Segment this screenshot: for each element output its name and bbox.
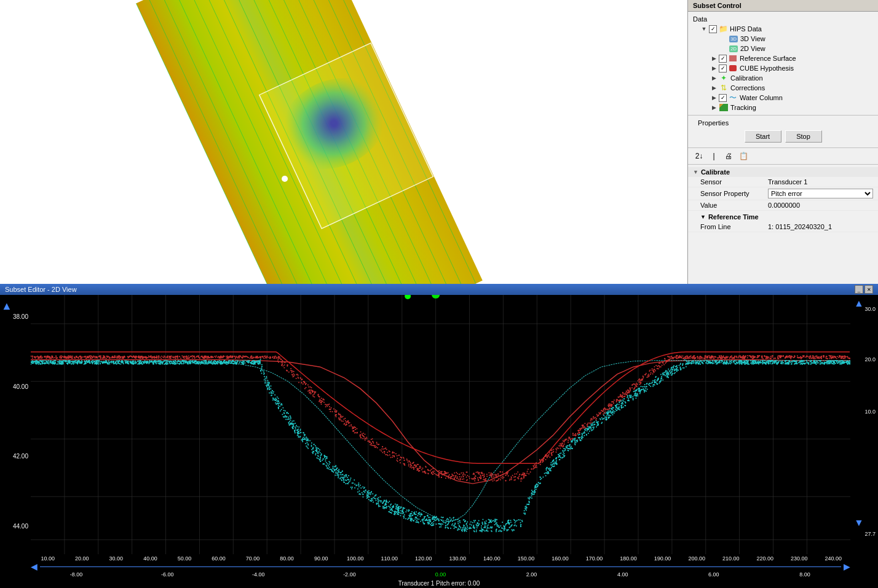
sensor-property-select[interactable]: Pitch error: [768, 189, 873, 198]
tracking-icon: [719, 103, 729, 112]
checkbox-cube[interactable]: [719, 65, 727, 73]
right-y-30: 30.0: [864, 306, 876, 312]
x-90: 90.00: [304, 555, 338, 562]
y-label-42: 42.00: [2, 453, 28, 460]
expand-corrections[interactable]: ▶: [710, 84, 718, 92]
checkbox-hips[interactable]: [709, 25, 717, 33]
expand-hips[interactable]: ▼: [700, 25, 708, 33]
tree-item-3d-view[interactable]: 3D 3D View: [688, 34, 878, 44]
ref-time-expander[interactable]: ▼: [700, 214, 706, 220]
water-column-label: Water Column: [740, 94, 783, 101]
calibrate-expander[interactable]: ▼: [693, 169, 698, 175]
x-150: 150.00: [509, 555, 544, 562]
tree-item-cube-hypothesis[interactable]: ▶ CUBE Hypothesis: [688, 63, 878, 73]
pitch-right-arrow: ▶: [844, 562, 850, 571]
from-line-label: From Line: [700, 223, 768, 230]
x-210: 210.00: [714, 555, 748, 562]
x-220: 220.00: [748, 555, 782, 562]
expand-calibration[interactable]: ▶: [710, 74, 718, 82]
x-190: 190.00: [646, 555, 680, 562]
pitch-left-arrow: ◀: [31, 562, 38, 571]
sensor-value: Transducer 1: [768, 178, 873, 186]
window-controls: _ ✕: [855, 285, 873, 294]
close-btn[interactable]: ✕: [864, 285, 873, 294]
pitch-8: 8.00: [759, 571, 850, 578]
corrections-label: Corrections: [730, 84, 765, 92]
right-y-10: 10.0: [864, 409, 876, 415]
value-label: Value: [700, 202, 768, 209]
expand-cube[interactable]: ▶: [710, 65, 718, 72]
x-120: 120.00: [406, 555, 441, 562]
3d-view-icon: 3D: [729, 34, 738, 43]
checkbox-water[interactable]: [719, 94, 727, 102]
tree-item-water-column[interactable]: ▶ 〜 Water Column: [688, 93, 878, 103]
y-label-40: 40.00: [2, 383, 28, 390]
tree-item-2d-view[interactable]: 2D 2D View: [688, 44, 878, 53]
y-arrow-up: ▲: [1, 300, 12, 313]
expand-tracking[interactable]: ▶: [710, 104, 718, 111]
pitch-4: 4.00: [577, 571, 668, 578]
x-140: 140.00: [475, 555, 509, 562]
x-240: 240.00: [817, 555, 851, 562]
chart-area: ▲ 38.00 40.00 42.00 44.00: [0, 295, 878, 554]
sensor-property-row: Sensor Property Pitch error: [688, 187, 878, 200]
tree-item-tracking[interactable]: ▶ Tracking: [688, 103, 878, 112]
tree-item-corrections[interactable]: ▶ ⇅ Corrections: [688, 83, 878, 93]
hips-data-label: HIPS Data: [730, 25, 762, 33]
x-180: 180.00: [611, 555, 646, 562]
value-display: 0.0000000: [768, 202, 873, 209]
sensor-property-label: Sensor Property: [700, 190, 768, 197]
right-y-arrow-down: ▼: [854, 517, 864, 528]
x-200: 200.00: [679, 555, 714, 562]
ref-time-header: ▼ Reference Time: [688, 212, 878, 222]
x-70: 70.00: [235, 555, 270, 562]
2d-view-icon: 2D: [729, 44, 738, 53]
tracking-label: Tracking: [730, 104, 756, 111]
sort-icon[interactable]: 2↓: [693, 150, 705, 162]
from-line-row: From Line 1: 0115_20240320_1: [688, 222, 878, 232]
y-label-44: 44.00: [2, 523, 28, 530]
sensor-property-value[interactable]: Pitch error: [768, 189, 873, 198]
checkbox-ref-surface[interactable]: [719, 55, 727, 63]
folder-icon: 📁: [718, 25, 728, 33]
calibration-label: Calibration: [730, 74, 763, 82]
right-y-20: 20.0: [864, 356, 876, 363]
tree-item-calibration[interactable]: ▶ ✦ Calibration: [688, 73, 878, 83]
pitch--6: -6.00: [122, 571, 213, 578]
bottom-x-area: 10.00 20.00 30.00 40.00 50.00 60.00 70.0…: [0, 554, 878, 579]
2d-view-titlebar: Subset Editor - 2D View _ ✕: [0, 284, 878, 295]
expand-water[interactable]: ▶: [710, 94, 718, 101]
export-icon[interactable]: 📋: [737, 150, 749, 162]
calibrate-toolbar: 2↓ | 🖨 📋: [688, 148, 878, 165]
x-30: 30.00: [99, 555, 133, 562]
stop-button[interactable]: Stop: [785, 130, 822, 143]
y-axis: ▲ 38.00 40.00 42.00 44.00: [0, 295, 31, 554]
x-60: 60.00: [202, 555, 236, 562]
pitch--2: -2.00: [304, 571, 395, 578]
reference-surface-icon: [728, 54, 738, 63]
expand-2d: [720, 45, 727, 52]
minimize-btn[interactable]: _: [855, 285, 863, 294]
x-50: 50.00: [167, 555, 202, 562]
x-axis-row: 10.00 20.00 30.00 40.00 50.00 60.00 70.0…: [0, 555, 878, 562]
pitch-6: 6.00: [668, 571, 759, 578]
x-130: 130.00: [441, 555, 475, 562]
tree-item-hips-data[interactable]: ▼ 📁 HIPS Data: [688, 24, 878, 34]
pitch--8: -8.00: [31, 571, 122, 578]
start-button[interactable]: Start: [745, 130, 781, 143]
x-230: 230.00: [782, 555, 817, 562]
panel-title: Subset Control: [688, 0, 878, 12]
corrections-icon: ⇅: [719, 84, 729, 92]
chart-main[interactable]: [31, 295, 850, 554]
print-icon[interactable]: 🖨: [722, 150, 735, 162]
x-10: 10.00: [31, 555, 65, 562]
pitch--4: -4.00: [213, 571, 304, 578]
sensor-row: Sensor Transducer 1: [688, 177, 878, 187]
cube-hypothesis-label: CUBE Hypothesis: [740, 65, 794, 72]
pitch-axis-line: [40, 566, 841, 567]
right-y-27: 27.7: [864, 531, 876, 537]
expand-ref-surface[interactable]: ▶: [710, 55, 718, 62]
tree-item-reference-surface[interactable]: ▶ Reference Surface: [688, 53, 878, 63]
x-160: 160.00: [543, 555, 577, 562]
map-view[interactable]: [0, 0, 687, 284]
